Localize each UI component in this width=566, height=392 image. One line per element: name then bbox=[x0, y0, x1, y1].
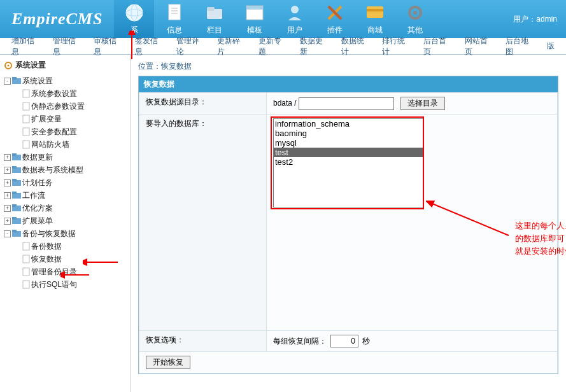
svg-rect-41 bbox=[23, 242, 29, 250]
subnav-item[interactable]: 后台首页 bbox=[416, 36, 457, 57]
topnav-label: 插件 bbox=[327, 25, 343, 36]
subnav-item[interactable]: 审核信息 bbox=[86, 36, 127, 57]
svg-rect-40 bbox=[12, 230, 17, 232]
tree-leaf[interactable]: 备份数据 bbox=[14, 240, 126, 253]
file-icon bbox=[22, 255, 30, 263]
svg-rect-14 bbox=[367, 6, 383, 18]
src-prefix: bdata / bbox=[273, 99, 297, 108]
start-restore-button[interactable]: 开始恢复 bbox=[146, 356, 190, 369]
topnav-label: 栏目 bbox=[207, 25, 222, 36]
svg-point-17 bbox=[413, 11, 417, 15]
svg-rect-42 bbox=[23, 255, 29, 263]
expand-icon[interactable]: + bbox=[4, 218, 11, 225]
tree-node[interactable]: +扩展菜单 bbox=[4, 214, 126, 227]
interval-input[interactable] bbox=[330, 335, 358, 347]
expand-icon[interactable]: + bbox=[4, 192, 11, 199]
svg-rect-21 bbox=[12, 77, 17, 80]
folder-icon bbox=[205, 3, 224, 22]
subnav-item[interactable]: 管理信息 bbox=[45, 36, 87, 57]
expand-icon[interactable]: + bbox=[4, 154, 11, 161]
tree-node-backup[interactable]: - 备份与恢复数据 bbox=[4, 227, 126, 240]
svg-point-0 bbox=[126, 4, 143, 21]
svg-rect-38 bbox=[12, 217, 17, 220]
subnav-item[interactable]: 排行统计 bbox=[374, 36, 416, 57]
expand-icon[interactable]: + bbox=[4, 205, 11, 212]
choose-dir-button[interactable]: 选择目录 bbox=[400, 97, 445, 110]
db-option[interactable]: test bbox=[274, 148, 423, 157]
tree-node[interactable]: +工作流 bbox=[4, 189, 126, 202]
tree-leaf[interactable]: 执行SQL语句 bbox=[14, 278, 126, 291]
subnav-item[interactable]: 后台地图 bbox=[498, 36, 539, 57]
subnav-item[interactable]: 网站首页 bbox=[457, 36, 499, 57]
collapse-icon[interactable]: - bbox=[4, 78, 11, 85]
subnav-item[interactable]: 更新专题 bbox=[251, 36, 292, 57]
user-label: 用户： bbox=[513, 15, 536, 24]
card-icon bbox=[365, 3, 385, 22]
tree-leaf[interactable]: 伪静态参数设置 bbox=[14, 100, 126, 113]
db-option[interactable]: mysql bbox=[274, 138, 423, 148]
db-option[interactable]: information_schema bbox=[274, 119, 423, 129]
topnav-other[interactable]: 其他 bbox=[395, 0, 435, 38]
topnav-user[interactable]: 用户 bbox=[274, 0, 315, 38]
svg-rect-15 bbox=[367, 9, 383, 11]
subnav-item[interactable]: 版 bbox=[539, 41, 562, 52]
file-icon bbox=[22, 242, 30, 251]
subnav-item[interactable]: 签发信息 bbox=[127, 36, 169, 57]
topnav-label: 商城 bbox=[367, 25, 383, 36]
db-option[interactable]: baoming bbox=[274, 129, 423, 138]
interval-label: 每组恢复间隔： bbox=[273, 336, 327, 347]
user-info: 用户：admin bbox=[513, 14, 566, 25]
subnav-item[interactable]: 数据统计 bbox=[334, 36, 375, 57]
gear-icon bbox=[406, 3, 425, 22]
tree-leaf[interactable]: 网站防火墙 bbox=[14, 138, 126, 151]
topnav-info[interactable]: 信息 bbox=[154, 0, 194, 38]
expand-icon[interactable]: + bbox=[4, 167, 11, 174]
svg-rect-44 bbox=[23, 281, 29, 288]
svg-rect-26 bbox=[23, 141, 29, 148]
topnav-system[interactable]: 系 bbox=[114, 0, 154, 38]
breadcrumb-page: 恢复数据 bbox=[161, 62, 192, 71]
restore-panel: 恢复数据 恢复数据源目录： bdata / 选择目录 要导入的数据库： bbox=[138, 76, 558, 374]
tree-node[interactable]: +数据更新 bbox=[4, 151, 126, 164]
db-option[interactable]: test2 bbox=[274, 157, 423, 167]
panel-title: 恢复数据 bbox=[139, 76, 558, 92]
subnav-item[interactable]: 更新碎片 bbox=[209, 36, 251, 57]
src-dir-input[interactable] bbox=[299, 97, 394, 110]
file-icon bbox=[22, 267, 30, 276]
tree-node[interactable]: +优化方案 bbox=[4, 202, 126, 214]
subnav-item[interactable]: 管理评论 bbox=[169, 36, 210, 57]
expand-icon[interactable]: + bbox=[4, 179, 11, 186]
file-icon bbox=[22, 280, 30, 289]
svg-rect-3 bbox=[169, 4, 180, 20]
folder-icon bbox=[12, 77, 21, 85]
topnav-shop[interactable]: 商城 bbox=[355, 0, 395, 38]
svg-rect-24 bbox=[23, 115, 29, 123]
tree-leaf[interactable]: 管理备份目录 bbox=[14, 265, 126, 278]
topnav-label: 模板 bbox=[247, 25, 262, 36]
collapse-icon[interactable]: - bbox=[4, 230, 11, 237]
topnav-column[interactable]: 栏目 bbox=[194, 0, 234, 38]
file-icon bbox=[22, 89, 30, 98]
topnav-template[interactable]: 模板 bbox=[234, 0, 274, 38]
subnav-item[interactable]: 数据更新 bbox=[292, 36, 334, 57]
sidebar-title: 系统设置 bbox=[4, 60, 126, 71]
tree-node[interactable]: +计划任务 bbox=[4, 176, 126, 189]
svg-rect-43 bbox=[23, 268, 29, 276]
user-icon bbox=[285, 3, 304, 22]
window-icon bbox=[245, 3, 264, 22]
folder-icon bbox=[12, 192, 21, 199]
tree-leaf[interactable]: 系统参数设置 bbox=[14, 87, 126, 100]
tree-leaf-restore[interactable]: 恢复数据 bbox=[14, 253, 126, 265]
topnav-plugin[interactable]: 插件 bbox=[315, 0, 355, 38]
subnav-item[interactable]: 增加信息 bbox=[4, 36, 45, 57]
database-listbox[interactable]: information_schemabaomingmysqltesttest2 bbox=[273, 118, 424, 207]
topnav-label: 其他 bbox=[407, 25, 423, 36]
svg-rect-28 bbox=[12, 153, 17, 156]
tree-node[interactable]: +数据表与系统模型 bbox=[4, 164, 126, 176]
folder-icon bbox=[12, 166, 21, 174]
tree-node-system[interactable]: - 系统设置 bbox=[4, 74, 126, 87]
tree-leaf[interactable]: 扩展变量 bbox=[14, 113, 126, 125]
svg-rect-34 bbox=[12, 192, 17, 194]
tree-leaf[interactable]: 安全参数配置 bbox=[14, 125, 126, 138]
topnav-label: 系 bbox=[131, 25, 138, 36]
